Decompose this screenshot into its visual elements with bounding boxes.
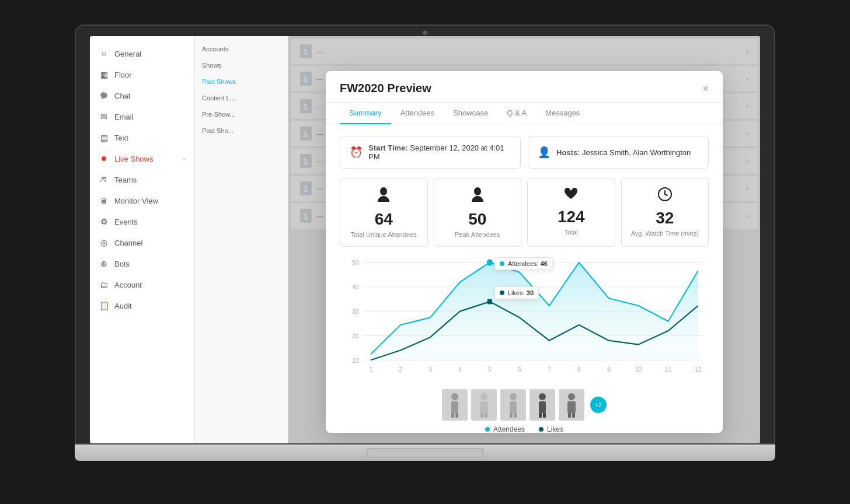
svg-rect-40	[510, 413, 513, 418]
svg-point-30	[451, 393, 458, 400]
stat-peak-attendees: 50 Peak Attendees	[434, 178, 522, 247]
peak-attendees-label: Peak Attendees	[455, 231, 500, 238]
svg-rect-41	[514, 413, 517, 418]
tab-qa[interactable]: Q & A	[497, 103, 536, 124]
svg-text:9: 9	[607, 366, 611, 373]
peak-attendees-number: 50	[468, 210, 486, 229]
thumbnail-1[interactable]	[442, 389, 468, 421]
more-thumbnails-button[interactable]: +2	[590, 397, 607, 413]
sidebar-item-account[interactable]: 🗂 Account	[90, 274, 194, 295]
thumbnails-row: +2	[340, 389, 709, 421]
svg-text:7: 7	[548, 366, 551, 373]
sidebar: ○ General ▦ Floor Chat ✉ Email	[90, 36, 195, 443]
svg-point-3	[474, 187, 481, 195]
svg-text:10: 10	[635, 366, 642, 373]
sidebar-item-channel[interactable]: ◎ Channel	[90, 232, 194, 253]
svg-point-34	[480, 393, 487, 400]
modal-header: FW2020 Preview ×	[326, 71, 723, 103]
panel-post-show[interactable]: Post Sho...	[195, 123, 288, 139]
svg-text:10: 10	[352, 356, 358, 363]
svg-text:3: 3	[429, 366, 432, 373]
svg-rect-33	[455, 413, 458, 418]
modal-tabs: Summary Attendees Showcase Q & A Message…	[326, 103, 723, 124]
svg-text:6: 6	[518, 366, 521, 373]
avg-watch-number: 32	[656, 209, 674, 228]
start-time-card: ⏰ Start Time: September 12, 2020 at 4:01…	[340, 136, 521, 169]
legend-likes: Likes	[539, 425, 563, 433]
sidebar-item-teams[interactable]: Teams	[90, 169, 194, 190]
legend-likes-dot	[539, 427, 544, 432]
sidebar-item-audit[interactable]: 📋 Audit	[90, 295, 194, 316]
laptop-shell: ○ General ▦ Floor Chat ✉ Email	[75, 24, 775, 480]
thumbnail-3[interactable]	[500, 389, 526, 421]
sidebar-item-monitor-view[interactable]: 🖥 Monitor View	[90, 190, 194, 211]
svg-point-0	[102, 177, 104, 179]
laptop-base	[75, 444, 775, 461]
svg-rect-31	[451, 401, 458, 413]
thumbnail-5[interactable]	[559, 389, 584, 421]
stat-total-likes: 124 Total	[527, 178, 615, 247]
svg-point-42	[539, 393, 546, 400]
unique-attendees-number: 64	[375, 210, 393, 229]
tab-attendees[interactable]: Attendees	[391, 103, 444, 124]
sidebar-item-email[interactable]: ✉ Email	[90, 106, 194, 127]
svg-line-6	[665, 194, 667, 195]
info-row: ⏰ Start Time: September 12, 2020 at 4:01…	[340, 136, 709, 169]
svg-point-46	[568, 393, 575, 400]
total-label: Total	[565, 229, 578, 236]
person-icon: 👤	[538, 146, 551, 159]
svg-rect-44	[539, 413, 542, 418]
peak-icon	[471, 187, 484, 206]
thumbnail-4[interactable]	[529, 389, 555, 421]
svg-rect-37	[485, 413, 487, 418]
avg-watch-label: Avg. Watch Time (mins)	[631, 230, 699, 237]
sidebar-item-general[interactable]: ○ General	[90, 43, 194, 64]
unique-attendees-label: Total Unique Attendees	[351, 231, 417, 238]
trackpad[interactable]	[367, 448, 483, 457]
sidebar-item-events[interactable]: ⚙ Events	[90, 211, 194, 232]
heart-icon	[563, 187, 579, 204]
modal-dialog: FW2020 Preview × Summary Attendees Showc…	[326, 71, 723, 433]
panel-past-shows[interactable]: Past Shows	[195, 74, 288, 90]
monitor-icon: 🖥	[99, 196, 109, 205]
svg-point-1	[104, 177, 106, 179]
svg-text:20: 20	[352, 332, 358, 339]
attendees-point	[487, 260, 493, 266]
sidebar-item-floor[interactable]: ▦ Floor	[90, 64, 194, 85]
main-content: 📄 –– › 📄 –– › 📄 –– › 📄	[288, 36, 760, 443]
svg-rect-39	[510, 401, 517, 413]
panel-content[interactable]: Content L...	[195, 90, 288, 106]
svg-point-2	[380, 187, 387, 195]
svg-rect-45	[543, 413, 546, 418]
screen-outer: ○ General ▦ Floor Chat ✉ Email	[75, 24, 775, 444]
sidebar-item-live-shows[interactable]: Live Shows ›	[90, 148, 194, 169]
clock-icon: ⏰	[350, 146, 363, 159]
total-number: 124	[558, 208, 585, 226]
tab-showcase[interactable]: Showcase	[444, 103, 497, 124]
webcam	[423, 30, 427, 35]
svg-text:4: 4	[458, 366, 462, 373]
sidebar-item-bots[interactable]: ⊕ Bots	[90, 253, 194, 274]
sidebar-item-text[interactable]: ▤ Text	[90, 127, 194, 148]
panel-pre-show[interactable]: Pre-Show...	[195, 106, 288, 123]
general-icon: ○	[99, 49, 109, 58]
stat-avg-watch: 32 Avg. Watch Time (mins)	[621, 178, 709, 247]
secondary-panel: Accounts Shows Past Shows Content L... P…	[195, 36, 288, 443]
svg-text:30: 30	[352, 308, 358, 315]
svg-point-38	[510, 393, 517, 400]
tab-summary[interactable]: Summary	[340, 103, 391, 124]
tab-messages[interactable]: Messages	[536, 103, 589, 124]
svg-rect-48	[568, 413, 571, 418]
thumbnail-2[interactable]	[471, 389, 497, 421]
panel-shows[interactable]: Shows	[195, 57, 288, 74]
legend-attendees-dot	[485, 427, 490, 432]
modal-close-button[interactable]: ×	[702, 83, 709, 94]
svg-rect-35	[480, 401, 488, 413]
svg-text:5: 5	[488, 366, 492, 373]
sidebar-item-chat[interactable]: Chat	[90, 85, 194, 106]
panel-accounts[interactable]: Accounts	[195, 41, 288, 57]
teams-icon	[99, 175, 109, 184]
svg-text:50: 50	[352, 259, 358, 266]
svg-rect-32	[451, 413, 454, 418]
email-icon: ✉	[99, 112, 109, 121]
